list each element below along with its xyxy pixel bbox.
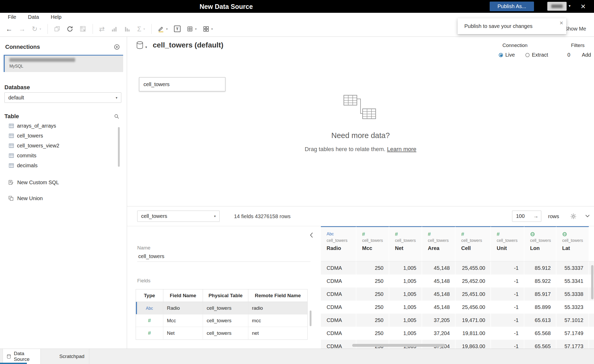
table-list-item[interactable]: commits [0, 151, 123, 160]
totals-icon[interactable]: Σ [137, 26, 141, 32]
new-custom-sql[interactable]: New Custom SQL [0, 177, 59, 188]
table-list-item[interactable]: decimals [0, 160, 123, 170]
cell-size-icon[interactable] [187, 26, 193, 32]
account-menu[interactable] [547, 2, 567, 11]
field-row[interactable]: #Mcccell_towersmcc [136, 314, 307, 327]
grid-row[interactable]: CDMA2501,00545,14825,452.00-185.92255.33… [321, 275, 594, 288]
table-list-item[interactable]: cell_towers_view2 [0, 141, 123, 151]
database-select[interactable]: default ▾ [4, 92, 121, 103]
swap-rows-columns-icon[interactable]: ⇄ [99, 26, 105, 32]
grid-column-header[interactable]: #cell_towersMcc [356, 226, 389, 261]
text-label-icon[interactable]: T [174, 26, 181, 32]
grid-row[interactable]: CDMA2501,00545,14825,456.00-185.89955.33… [321, 301, 594, 314]
field-name-cell: Radio [163, 302, 203, 314]
database-header: Database [4, 84, 30, 91]
row-limit-value: 100 [516, 213, 525, 219]
row-limit-input[interactable]: 100 → [512, 211, 541, 222]
grid-cell: 85.917 [524, 288, 556, 301]
menu-help[interactable]: Help [51, 14, 61, 20]
new-data-source-icon[interactable] [54, 26, 60, 32]
grid-column-header[interactable]: cell_towersLat [556, 226, 589, 261]
cell-size-caret-icon[interactable]: ▾ [195, 27, 197, 31]
publish-as-button[interactable]: Publish As... [490, 2, 534, 11]
connection-extract-radio[interactable]: Extract [525, 52, 548, 58]
menu-data[interactable]: Data [28, 14, 39, 20]
view-options-caret-icon[interactable]: ▾ [211, 27, 213, 31]
table-selector-caret-icon: ▾ [214, 214, 216, 218]
grid-vertical-scrollbar[interactable] [591, 265, 593, 299]
toolbar-divider [93, 24, 93, 34]
connection-item[interactable]: MySQL [4, 55, 123, 72]
column-name-label: Mcc [362, 245, 389, 251]
table-list-item[interactable]: cell_towers [0, 131, 123, 141]
grid-cell: -1 [491, 314, 524, 327]
data-source-tab-icon [7, 354, 11, 359]
clear-sheet-icon[interactable] [80, 26, 86, 32]
grid-cell: 57.1773 [556, 340, 589, 349]
scratchpad-tab-label: Scratchpad [59, 354, 84, 359]
row-limit-apply-icon[interactable]: → [533, 213, 538, 219]
sort-descending-icon[interactable] [124, 26, 131, 32]
sort-ascending-icon[interactable] [111, 26, 118, 32]
grid-cell: CDMA [321, 314, 356, 327]
grid-row[interactable]: CDMA2501,00545,14825,451.00-185.91755.33… [321, 288, 594, 301]
grid-cell: 45,148 [422, 288, 455, 301]
add-connection-icon[interactable] [114, 44, 120, 50]
tab-data-source[interactable]: Data Source [3, 349, 41, 364]
totals-caret-icon[interactable]: ▾ [143, 27, 145, 31]
account-caret-icon[interactable]: ▾ [569, 4, 571, 8]
name-input[interactable]: cell_towers [137, 252, 310, 262]
grid-row[interactable]: CDMA2501,00537,20419,811.00-165.56857.17… [321, 327, 594, 340]
publish-tooltip: Publish to save your changes × [458, 18, 566, 34]
fields-scrollbar[interactable] [310, 311, 311, 326]
column-name-label: Lon [530, 245, 556, 251]
grid-settings-gear-icon[interactable] [570, 213, 577, 220]
fields-col-type: Type [136, 289, 163, 302]
panel-collapse-icon[interactable] [310, 232, 313, 238]
new-union[interactable]: New Union [0, 193, 43, 204]
grid-column-header[interactable]: #cell_towersArea [422, 226, 455, 261]
grid-horizontal-scrollbar[interactable] [352, 344, 445, 347]
grid-column-header[interactable]: #cell_towersCell [455, 226, 491, 261]
refresh-data-icon[interactable] [67, 26, 73, 32]
show-me-button[interactable]: Show Me [565, 26, 586, 32]
grid-row[interactable]: CDMA2501,00545,14825,455.00-185.91255.33… [321, 261, 594, 275]
datasource-icon[interactable] [136, 41, 143, 49]
grid-cell: 250 [356, 261, 389, 275]
replay-caret-icon[interactable]: ▾ [40, 27, 41, 31]
connection-live-radio[interactable]: Live [499, 52, 515, 58]
redo-icon[interactable]: → [19, 26, 26, 32]
grid-cell: 1,005 [389, 314, 422, 327]
view-options-icon[interactable] [203, 26, 209, 32]
field-row[interactable]: AbcRadiocell_towersradio [136, 302, 307, 314]
datasource-caret-icon[interactable]: ▾ [145, 45, 147, 49]
grid-cell: 1,005 [389, 327, 422, 340]
fields-label: Fields [137, 278, 151, 284]
grid-column-header[interactable]: #cell_towersUnit [491, 226, 524, 261]
highlight-caret-icon[interactable]: ▾ [166, 27, 168, 31]
grid-column-header[interactable]: cell_towersLon [524, 226, 556, 261]
grid-column-header[interactable]: Abccell_towersRadio [321, 226, 356, 261]
tooltip-close-icon[interactable]: × [560, 19, 563, 27]
table-search-icon[interactable] [114, 114, 119, 119]
learn-more-link[interactable]: Learn more [387, 146, 417, 152]
highlight-icon[interactable] [158, 26, 164, 32]
table-list-item[interactable]: arrays_of_arrays [0, 121, 123, 131]
grid-collapse-chevron-icon[interactable] [585, 214, 590, 218]
grid-row[interactable]: CDMA2501,00537,20519,471.00-165.61357.10… [321, 314, 594, 327]
grid-cell: CDMA [321, 340, 356, 349]
grid-column-header[interactable]: #cell_towersNet [389, 226, 422, 261]
menu-file[interactable]: File [8, 14, 16, 20]
window-close-icon[interactable]: × [581, 0, 586, 13]
column-table-label: cell_towers [562, 238, 589, 243]
sidebar-scrollbar[interactable] [118, 127, 120, 167]
table-icon [9, 124, 14, 128]
replay-icon[interactable]: ↻ [32, 26, 38, 32]
undo-icon[interactable]: ← [6, 26, 13, 32]
string-type-icon: Abc [146, 306, 153, 311]
canvas-table-node[interactable]: cell_towers [139, 77, 225, 91]
table-selector[interactable]: cell_towers ▾ [137, 211, 220, 222]
tab-scratchpad[interactable]: Scratchpad [55, 349, 89, 364]
filters-add-button[interactable]: Add [582, 52, 591, 58]
field-row[interactable]: #Netcell_towersnet [136, 327, 307, 339]
